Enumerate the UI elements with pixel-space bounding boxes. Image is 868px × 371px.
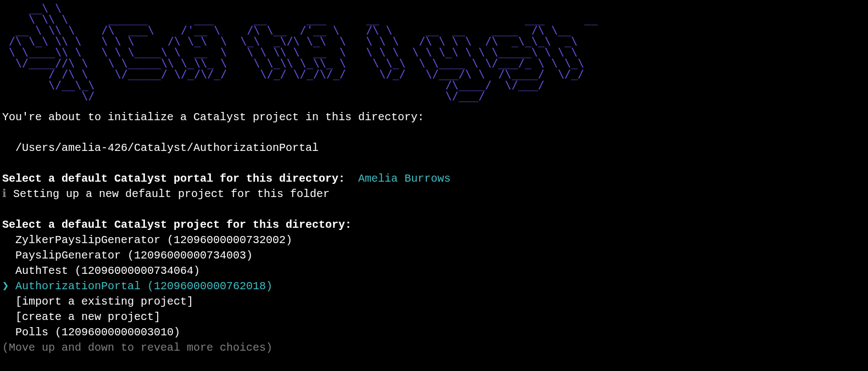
portal-selected-value: Amelia Burrows bbox=[345, 172, 450, 185]
info-line: ℹ Setting up a new default project for t… bbox=[2, 187, 866, 202]
project-label: ZylkerPayslipGenerator (1209600000073200… bbox=[15, 234, 292, 246]
portal-prompt-line: Select a default Catalyst portal for thi… bbox=[2, 171, 866, 187]
project-label: PayslipGenerator (12096000000734003) bbox=[15, 249, 253, 262]
project-option[interactable]: [create a new project] bbox=[2, 310, 866, 325]
info-text: Setting up a new default project for thi… bbox=[7, 188, 330, 200]
project-label: Polls (12096000000003010) bbox=[15, 326, 180, 339]
pointer-icon: ❯ bbox=[2, 280, 15, 293]
project-option[interactable]: [import a existing project] bbox=[2, 294, 866, 310]
portal-prompt-label: Select a default Catalyst portal for thi… bbox=[2, 172, 345, 185]
project-label: [create a new project] bbox=[15, 311, 160, 323]
project-label: [import a existing project] bbox=[15, 295, 193, 308]
intro-text: You're about to initialize a Catalyst pr… bbox=[2, 110, 866, 125]
directory-path: /Users/amelia-426/Catalyst/Authorization… bbox=[2, 140, 866, 156]
info-icon: ℹ bbox=[2, 188, 7, 200]
project-label: AuthTest (12096000000734064) bbox=[15, 265, 200, 277]
project-label: AuthorizationPortal (12096000000762018) bbox=[15, 280, 272, 293]
project-option[interactable]: ❯ AuthorizationPortal (12096000000762018… bbox=[2, 279, 866, 294]
project-option[interactable]: AuthTest (12096000000734064) bbox=[2, 263, 866, 279]
catalyst-ascii-logo: __\ \ \ \\ \ ______ ___ __ ___ __ ___ __… bbox=[2, 2, 866, 101]
project-option[interactable]: ZylkerPayslipGenerator (1209600000073200… bbox=[2, 233, 866, 248]
navigation-hint: (Move up and down to reveal more choices… bbox=[2, 340, 866, 356]
project-option[interactable]: Polls (12096000000003010) bbox=[2, 325, 866, 340]
project-list[interactable]: ZylkerPayslipGenerator (1209600000073200… bbox=[2, 233, 866, 340]
project-prompt-label: Select a default Catalyst project for th… bbox=[2, 217, 866, 233]
project-option[interactable]: PayslipGenerator (12096000000734003) bbox=[2, 248, 866, 263]
